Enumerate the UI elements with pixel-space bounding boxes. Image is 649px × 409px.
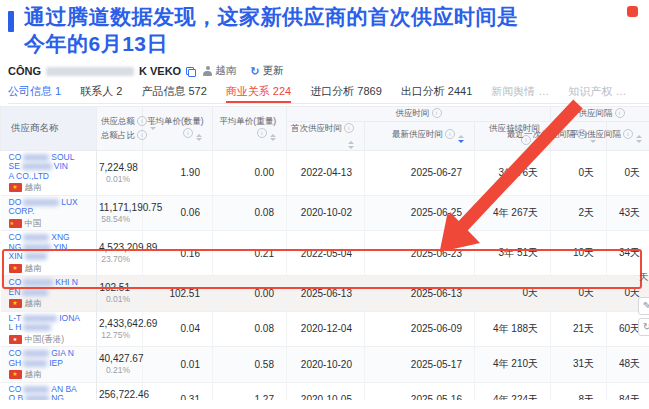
cell-supply-total: 2,433,642.6912.75% bbox=[97, 311, 143, 347]
cell-first-supply-date: 2022-05-04 bbox=[287, 231, 365, 276]
cell-last-interval: 0天 bbox=[551, 150, 607, 195]
table-row[interactable]: COSOULSEVINA CO.,LTD越南7,224.980.01%1.900… bbox=[1, 150, 649, 195]
col-header-latest-supply[interactable]: 最新供应时间 bbox=[365, 122, 475, 151]
country-label: 中国(香港) bbox=[9, 335, 94, 345]
supplier-name-link[interactable]: COAN BAO BNG越南 bbox=[1, 382, 97, 400]
col-header-avg-interval[interactable]: 平均供应间隔 bbox=[607, 122, 649, 151]
company-name-suffix: K VEKO bbox=[139, 65, 181, 77]
supplier-table: 供应商名称 供应总额 总额占比 平均单价(数量) 平均单价(重量) 供应时间 bbox=[0, 106, 649, 400]
cell-avg-price-qty: 0.01 bbox=[143, 347, 213, 383]
cell-avg-interval: 43天 bbox=[607, 195, 649, 231]
refresh-button[interactable]: ↻ 更新 bbox=[250, 64, 283, 78]
supplier-analysis-page: 通过腾道数据发现，这家新供应商的首次供应时间是今年的6月13日 CÔNG K V… bbox=[0, 0, 649, 409]
country-label: 越南 bbox=[9, 370, 94, 380]
cell-first-supply-date: 2020-10-20 bbox=[287, 347, 365, 383]
info-icon[interactable] bbox=[183, 128, 193, 138]
cell-first-supply-date: 2020-10-02 bbox=[287, 195, 365, 231]
tab-company-info[interactable]: 公司信息 1 bbox=[8, 84, 61, 103]
refresh-float-icon[interactable]: ↻ bbox=[638, 318, 649, 336]
cell-latest-supply-date: 2025-05-17 bbox=[365, 347, 475, 383]
cell-last-interval: 2天 bbox=[551, 195, 607, 231]
supplier-name-link[interactable]: COKHI NEN越南 bbox=[1, 276, 97, 312]
redacted-text bbox=[23, 199, 59, 206]
table-row[interactable]: COAN BAO BNG越南256,722.461.35%0.311.27202… bbox=[1, 382, 649, 400]
clipped-text-fragment: 天 bbox=[639, 271, 649, 284]
col-header-first-supply[interactable]: 首次供应时间 bbox=[287, 122, 365, 151]
cell-latest-supply-date: 2025-06-09 bbox=[365, 311, 475, 347]
table-row[interactable]: COKHI NEN越南102.510.01%102.510.002025-06-… bbox=[1, 276, 649, 312]
flag-china-icon bbox=[9, 219, 22, 228]
redacted-text bbox=[23, 315, 57, 322]
cell-latest-supply-date: 2025-06-27 bbox=[365, 150, 475, 195]
cell-supply-duration: 0天 bbox=[475, 276, 551, 312]
info-icon[interactable] bbox=[257, 128, 267, 138]
tab-business-relation[interactable]: 商业关系 224 bbox=[226, 84, 291, 103]
refresh-icon: ↻ bbox=[250, 65, 259, 78]
info-icon[interactable] bbox=[623, 129, 633, 139]
cell-avg-interval: 84天 bbox=[607, 382, 649, 400]
tab-bar: 公司信息 1联系人 2产品信息 572商业关系 224进口分析 7869出口分析… bbox=[8, 84, 649, 104]
redacted-text bbox=[23, 234, 49, 241]
country-label: 越南 bbox=[9, 299, 94, 309]
cell-avg-price-qty: 102.51 bbox=[143, 276, 213, 312]
supplier-name-link[interactable]: L-TIONAL H中国(香港) bbox=[1, 311, 97, 347]
sort-icon[interactable] bbox=[196, 134, 202, 142]
tab-intellectual-property[interactable]: 知识产权 … bbox=[568, 84, 626, 103]
company-name-redacted bbox=[46, 67, 134, 76]
tab-product-info[interactable]: 产品信息 572 bbox=[141, 84, 206, 103]
copy-icon[interactable] bbox=[186, 67, 195, 76]
feedback-icon[interactable]: ✎ bbox=[638, 297, 649, 315]
cell-supply-duration: 3年 76天 bbox=[475, 150, 551, 195]
cell-last-interval: 31天 bbox=[551, 347, 607, 383]
supplier-name-link[interactable]: DOLUXCORP.中国 bbox=[1, 195, 97, 231]
info-icon[interactable] bbox=[615, 108, 625, 118]
sort-icon[interactable] bbox=[348, 141, 354, 149]
tab-contacts[interactable]: 联系人 2 bbox=[80, 84, 122, 103]
company-bar: CÔNG K VEKO 越南 ↻ 更新 bbox=[8, 63, 283, 79]
info-icon[interactable] bbox=[137, 116, 147, 126]
sort-icon-active[interactable] bbox=[458, 135, 464, 143]
info-icon[interactable] bbox=[137, 130, 147, 140]
title-accent-bar bbox=[8, 11, 14, 32]
table-row[interactable]: L-TIONAL H中国(香港)2,433,642.6912.75%0.040.… bbox=[1, 311, 649, 347]
info-icon[interactable] bbox=[432, 108, 442, 118]
cell-first-supply-date: 2022-04-13 bbox=[287, 150, 365, 195]
table-row[interactable]: DOLUXCORP.中国11,171,190.7558.54%0.060.082… bbox=[1, 195, 649, 231]
country-label: 越南 bbox=[9, 264, 94, 274]
col-header-total[interactable]: 供应总额 总额占比 bbox=[97, 107, 143, 151]
cell-last-interval: 0天 bbox=[551, 276, 607, 312]
supplier-name-link[interactable]: COSOULSEVINA CO.,LTD越南 bbox=[1, 150, 97, 195]
cell-avg-interval: 0天 bbox=[607, 150, 649, 195]
col-header-avg-price-wt[interactable]: 平均单价(重量) bbox=[213, 107, 287, 151]
cell-avg-price-qty: 0.04 bbox=[143, 311, 213, 347]
sort-icon[interactable] bbox=[636, 135, 642, 143]
table-row[interactable]: COGIA NGHIEP越南40,427.670.21%0.010.582020… bbox=[1, 347, 649, 383]
tab-export-analysis[interactable]: 出口分析 2441 bbox=[401, 84, 473, 103]
cell-first-supply-date: 2020-12-04 bbox=[287, 311, 365, 347]
tab-news-sentiment[interactable]: 新闻舆情 … bbox=[491, 84, 549, 103]
group-header-supply-interval: 供应间隔 bbox=[551, 107, 649, 122]
table-row[interactable]: COXNGNGYINXIN越南4,523,209.8923.70%0.160.2… bbox=[1, 231, 649, 276]
info-icon[interactable] bbox=[445, 129, 455, 139]
supplier-name-link[interactable]: COXNGNGYINXIN越南 bbox=[1, 231, 97, 276]
cell-avg-price-wt: 0.00 bbox=[213, 150, 287, 195]
cell-supply-duration: 4年 267天 bbox=[475, 195, 551, 231]
redacted-text bbox=[23, 324, 51, 331]
tab-import-analysis[interactable]: 进口分析 7869 bbox=[310, 84, 382, 103]
cell-avg-interval: 48天 bbox=[607, 347, 649, 383]
cell-avg-price-wt: 0.00 bbox=[213, 276, 287, 312]
cell-supply-duration: 4年 210天 bbox=[475, 347, 551, 383]
flag-vietnam-icon bbox=[9, 299, 22, 308]
redacted-text bbox=[25, 253, 47, 260]
redacted-text bbox=[23, 360, 47, 367]
info-icon[interactable] bbox=[344, 123, 354, 133]
group-header-supply-time: 供应时间 bbox=[287, 107, 551, 122]
company-country-label: 越南 bbox=[215, 64, 236, 78]
redacted-text bbox=[23, 279, 53, 286]
cell-avg-price-qty: 0.06 bbox=[143, 195, 213, 231]
sort-icon[interactable] bbox=[270, 134, 276, 142]
redacted-text bbox=[23, 350, 49, 357]
cell-first-supply-date: 2025-06-13 bbox=[287, 276, 365, 312]
company-name-prefix: CÔNG bbox=[8, 65, 41, 77]
supplier-name-link[interactable]: COGIA NGHIEP越南 bbox=[1, 347, 97, 383]
